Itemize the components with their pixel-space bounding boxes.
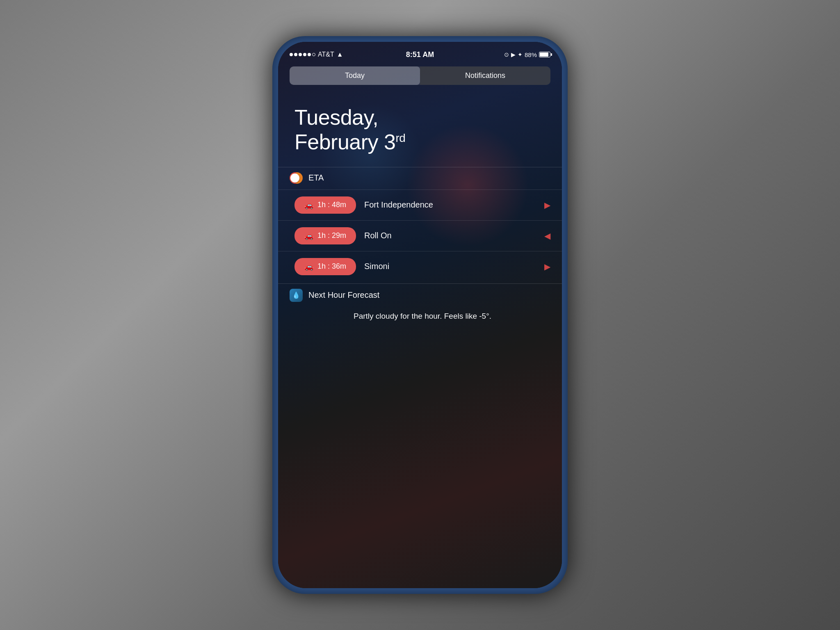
eta-badge-3: 🚗 1h : 36m: [294, 258, 356, 275]
battery-icon: [539, 52, 550, 57]
signal-dot-1: [290, 53, 293, 56]
bluetooth-icon: ✦: [518, 51, 523, 58]
forecast-title: Next Hour Forecast: [308, 290, 379, 300]
signal-dot-5: [308, 53, 311, 56]
carrier-label: AT&T: [318, 51, 334, 58]
signal-dot-2: [294, 53, 297, 56]
forecast-header: 💧 Next Hour Forecast: [278, 284, 562, 307]
eta-item-2[interactable]: 🚗 1h : 29m Roll On ◀: [278, 220, 562, 251]
eta-toggle-container[interactable]: [290, 171, 303, 185]
location-icon: ▶: [511, 51, 516, 58]
eta-toggle-knob: [290, 173, 299, 183]
battery-fill: [540, 52, 548, 57]
eta-badge-2: 🚗 1h : 29m: [294, 227, 356, 244]
battery-percent: 88%: [525, 51, 537, 58]
status-left: AT&T ▲: [290, 51, 343, 58]
status-time: 8:51 AM: [406, 50, 434, 59]
car-icon-1: 🚗: [304, 201, 313, 210]
eta-section-header: ETA: [278, 167, 562, 189]
forecast-icon: 💧: [290, 289, 303, 302]
signal-dot-3: [299, 53, 302, 56]
tab-today[interactable]: Today: [290, 66, 420, 85]
date-line1: Tuesday,: [294, 105, 378, 129]
eta-time-2: 1h : 29m: [317, 231, 346, 240]
eta-destination-2: Roll On: [364, 231, 536, 240]
eta-time-1: 1h : 48m: [317, 201, 346, 209]
date-suffix: rd: [395, 131, 405, 144]
eta-item-1[interactable]: 🚗 1h : 48m Fort Independence ▶: [278, 189, 562, 220]
wifi-icon: ▲: [337, 51, 343, 58]
eta-time-3: 1h : 36m: [317, 262, 346, 271]
status-right: ⊙ ▶ ✦ 88%: [504, 51, 550, 58]
tab-notifications[interactable]: Notifications: [420, 66, 550, 85]
eta-toggle[interactable]: [290, 172, 303, 184]
rain-drop-icon: 💧: [292, 291, 300, 299]
eta-badge-1: 🚗 1h : 48m: [294, 196, 356, 214]
eta-item-3[interactable]: 🚗 1h : 36m Simoni ▶: [278, 251, 562, 282]
car-icon-3: 🚗: [304, 262, 313, 271]
eta-destination-1: Fort Independence: [364, 200, 536, 210]
eta-arrow-2: ◀: [544, 231, 550, 241]
eta-arrow-1: ▶: [544, 200, 550, 210]
signal-dot-6: [312, 53, 315, 56]
orientation-lock-icon: ⊙: [504, 51, 509, 58]
status-bar: AT&T ▲ 8:51 AM ⊙ ▶ ✦ 88%: [278, 42, 562, 64]
eta-arrow-3: ▶: [544, 262, 550, 272]
eta-section-title: ETA: [308, 173, 324, 183]
date-header: Tuesday, February 3rd: [278, 85, 562, 167]
car-icon-2: 🚗: [304, 231, 313, 240]
signal-dot-4: [303, 53, 306, 56]
tab-bar: Today Notifications: [290, 66, 550, 85]
signal-strength: [290, 53, 315, 56]
eta-section: ETA 🚗 1h : 48m Fort Independence ▶ 🚗 1h …: [278, 167, 562, 282]
forecast-text: Partly cloudy for the hour. Feels like -…: [278, 307, 562, 330]
forecast-section: 💧 Next Hour Forecast Partly cloudy for t…: [278, 283, 562, 330]
date-text: Tuesday, February 3rd: [294, 105, 546, 155]
ios-screen: AT&T ▲ 8:51 AM ⊙ ▶ ✦ 88% Today: [278, 42, 562, 588]
phone-screen-container: AT&T ▲ 8:51 AM ⊙ ▶ ✦ 88% Today: [278, 42, 562, 588]
phone-device: AT&T ▲ 8:51 AM ⊙ ▶ ✦ 88% Today: [272, 36, 568, 594]
eta-destination-3: Simoni: [364, 262, 536, 271]
date-line2: February 3: [294, 130, 395, 154]
